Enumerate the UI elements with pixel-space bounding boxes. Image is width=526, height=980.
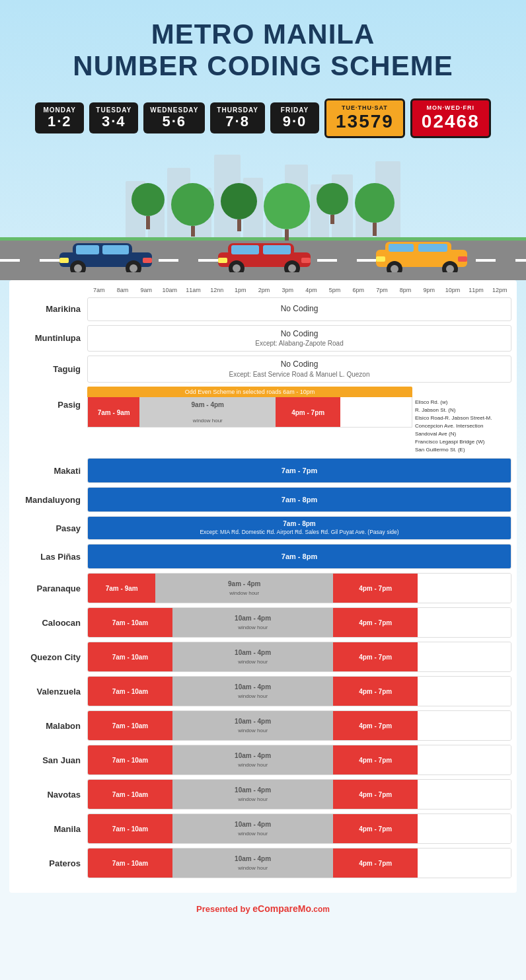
row-pasay: Pasay 7am - 8pm Except: MIA Rd. Domestic…	[15, 516, 511, 540]
time-label: 2pm	[252, 287, 276, 293]
seg-early: 7am - 10am	[88, 848, 172, 878]
seg-early: 7am - 10am	[88, 780, 172, 809]
seg-window: 10am - 4pmwindow hour	[172, 780, 333, 809]
city-bar-valenzuela: 7am - 10am 10am - 4pmwindow hour 4pm - 7…	[87, 676, 511, 706]
car-blue	[53, 238, 159, 272]
no-coding-label: No Coding Except: East Service Road & Ma…	[88, 356, 511, 382]
row-pasig: Pasig Odd Even Scheme in selected roads …	[15, 387, 511, 454]
seg-empty	[418, 642, 511, 671]
city-bar-mandaluyong: 7am - 8pm	[87, 487, 511, 512]
svg-rect-22	[389, 244, 414, 252]
mandaluyong-bar: 7am - 8pm	[88, 488, 511, 511]
brand-name: eCompareMo	[252, 903, 311, 914]
svg-point-17	[288, 264, 296, 272]
no-coding-label: No Coding	[88, 301, 511, 317]
row-quezoncity: Quezon City 7am - 10am 10am - 4pmwindow …	[15, 642, 511, 672]
pasig-bars: 7am - 9am 9am - 4pm window hour 4pm - 7p…	[87, 397, 412, 428]
row-laspinas: Las Piñas 7am - 8pm	[15, 544, 511, 569]
caloocan-segs: 7am - 10am 10am - 4pmwindow hour 4pm - 7…	[88, 608, 511, 637]
seg-empty	[418, 711, 511, 740]
city-bar-marikina: No Coding	[87, 297, 511, 321]
city-bar-muntinlupa: No Coding Except: Alabang-Zapote Road	[87, 325, 511, 352]
svg-rect-3	[102, 245, 129, 254]
row-makati: Makati 7am - 7pm	[15, 458, 511, 483]
row-manila: Manila 7am - 10am 10am - 4pmwindow hour …	[15, 813, 511, 844]
city-name-pasay: Pasay	[15, 516, 87, 540]
no-coding-label: No Coding Except: Alabang-Zapote Road	[88, 326, 511, 352]
quezoncity-segs: 7am - 10am 10am - 4pmwindow hour 4pm - 7…	[88, 642, 511, 671]
city-name-navotas: Navotas	[15, 779, 87, 810]
city-name-caloocan: Caloocan	[15, 607, 87, 638]
city-name-paranaque: Paranaque	[15, 573, 87, 603]
svg-rect-8	[59, 258, 69, 263]
seg-empty	[418, 677, 511, 706]
seg-evening: 4pm - 7pm	[333, 608, 418, 637]
header: METRO MANILA NUMBER CODING SCHEME	[0, 0, 526, 89]
footer: Presented by eCompareMo.com	[0, 893, 526, 922]
brand-tld: .com	[311, 905, 330, 914]
city-bar-taguig: No Coding Except: East Service Road & Ma…	[87, 356, 511, 383]
city-bar-navotas: 7am - 10am 10am - 4pmwindow hour 4pm - 7…	[87, 779, 511, 810]
plate-tuesday: TUESDAY 3·4	[89, 102, 138, 133]
city-name-sanjuan: San Juan	[15, 745, 87, 775]
plate-even: MON·WED·FRI 02468	[410, 98, 491, 138]
plates-row: MONDAY 1·2 TUESDAY 3·4 WEDNESDAY 5·6 THU…	[0, 89, 526, 145]
row-marikina: Marikina No Coding	[15, 297, 511, 321]
city-name-malabon: Malabon	[15, 710, 87, 741]
tree	[355, 183, 394, 244]
seg-evening: 4pm - 7pm	[333, 780, 418, 809]
svg-point-15	[233, 264, 241, 272]
seg-window: 10am - 4pmwindow hour	[172, 608, 333, 637]
time-label: 3pm	[276, 287, 299, 293]
city-bar-laspinas: 7am - 8pm	[87, 544, 511, 569]
city-bar-caloocan: 7am - 10am 10am - 4pmwindow hour 4pm - 7…	[87, 607, 511, 638]
malabon-segs: 7am - 10am 10am - 4pmwindow hour 4pm - 7…	[88, 711, 511, 740]
car-yellow	[371, 238, 473, 272]
pasig-seg3: 4pm - 7pm	[276, 397, 340, 428]
city-bar-pasay: 7am - 8pm Except: MIA Rd. Domestic Rd. A…	[87, 516, 511, 540]
seg-empty	[418, 814, 511, 843]
seg-window: 10am - 4pmwindow hour	[172, 814, 333, 843]
plate-monday: MONDAY 1·2	[35, 102, 84, 133]
svg-point-7	[130, 264, 137, 272]
city-bar-manila: 7am - 10am 10am - 4pmwindow hour 4pm - 7…	[87, 813, 511, 844]
svg-rect-18	[218, 258, 227, 263]
row-malabon: Malabon 7am - 10am 10am - 4pmwindow hour…	[15, 710, 511, 741]
tree	[221, 183, 257, 244]
pasig-notes: Elisco Rd. (w) R. Jabson St. (N) Elsico …	[412, 387, 511, 454]
seg-empty	[418, 574, 511, 603]
seg-window: 9am - 4pmwindow hour	[155, 574, 333, 603]
time-label: 7am	[87, 287, 111, 293]
svg-rect-2	[76, 245, 99, 254]
tree	[132, 183, 165, 244]
svg-rect-28	[376, 256, 385, 262]
seg-evening: 4pm - 7pm	[333, 574, 418, 603]
seg-empty	[418, 608, 511, 637]
svg-rect-19	[301, 258, 311, 263]
seg-window: 10am - 4pmwindow hour	[172, 745, 333, 774]
city-name-makati: Makati	[15, 458, 87, 483]
row-muntinlupa: Muntinlupa No Coding Except: Alabang-Zap…	[15, 325, 511, 352]
trees	[0, 183, 526, 244]
seg-early: 7am - 10am	[88, 814, 172, 843]
seg-window: 10am - 4pmwindow hour	[172, 711, 333, 740]
svg-rect-29	[458, 256, 467, 262]
city-bar-pateros: 7am - 10am 10am - 4pmwindow hour 4pm - 7…	[87, 848, 511, 878]
seg-evening: 4pm - 7pm	[333, 848, 418, 878]
seg-empty	[418, 780, 511, 809]
laspinas-bar: 7am - 8pm	[88, 545, 511, 568]
table-section: 7am 8am 9am 10am 11am 12nn 1pm 2pm 3pm 4…	[9, 280, 517, 893]
city-name-pasig: Pasig	[15, 387, 87, 410]
seg-early: 7am - 10am	[88, 745, 172, 774]
time-label: 8pm	[394, 287, 418, 293]
time-label: 8am	[111, 287, 135, 293]
tree	[264, 183, 310, 244]
city-name-muntinlupa: Muntinlupa	[15, 325, 87, 352]
pateros-segs: 7am - 10am 10am - 4pmwindow hour 4pm - 7…	[88, 848, 511, 878]
time-label: 1pm	[229, 287, 252, 293]
pasig-seg1: 7am - 9am	[88, 397, 139, 428]
seg-evening: 4pm - 7pm	[333, 642, 418, 671]
cars	[0, 238, 526, 272]
manila-segs: 7am - 10am 10am - 4pmwindow hour 4pm - 7…	[88, 814, 511, 843]
time-label: 11am	[182, 287, 206, 293]
